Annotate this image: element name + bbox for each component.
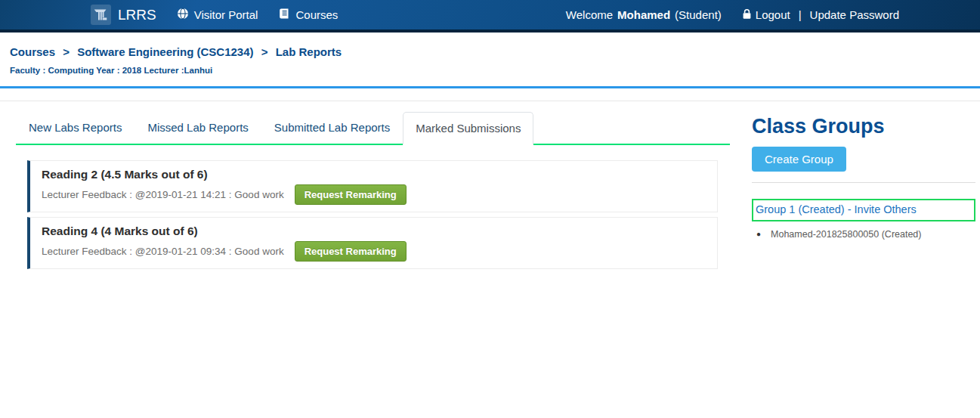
lecturer-feedback-text: Lecturer Feedback : @2019-01-21 14:21 : … [42,189,284,200]
tab-submitted-lab-reports[interactable]: Submitted Lab Reports [261,112,403,144]
brand-link[interactable]: LRRS [118,7,156,23]
navbar-right: Welcome Mohamed (Student) Logout | Updat… [566,8,899,22]
logout-link[interactable]: Logout [742,8,790,22]
content-area: New Labs Reports Missed Lab Reports Subm… [0,101,980,274]
welcome-prefix: Welcome [566,8,613,21]
lrrs-logo-icon[interactable] [91,5,111,25]
breadcrumb-lab-reports[interactable]: Lab Reports [276,45,342,58]
breadcrumb-course-name[interactable]: Software Engineering (CSC1234) [77,45,253,58]
tab-new-labs-reports[interactable]: New Labs Reports [16,112,134,144]
class-groups-sidebar: Class Groups Create Group Group 1 (Creat… [752,112,975,240]
submission-title: Reading 4 (4 Marks out of 6) [42,224,706,238]
group-members-list: ● Mohamed-201825800050 (Created) [752,229,975,240]
tab-bar: New Labs Reports Missed Lab Reports Subm… [16,112,730,145]
bullet-icon: ● [756,231,761,238]
nav-courses-label: Courses [295,8,338,21]
breadcrumb: Courses > Software Engineering (CSC1234)… [10,45,980,58]
breadcrumb-courses[interactable]: Courses [10,45,55,58]
subheader-strip [0,88,980,101]
breadcrumb-separator: > [63,45,70,58]
course-meta-text: Faculty : Computing Year : 2018 Lecturer… [10,66,980,75]
request-remarking-button[interactable]: Request Remarking [295,184,407,205]
class-groups-title: Class Groups [752,115,975,138]
request-remarking-button[interactable]: Request Remarking [295,241,407,262]
top-navbar: LRRS Visitor Portal [0,0,980,33]
lock-icon [742,8,752,22]
welcome-role: (Student) [675,8,722,21]
submission-card: Reading 4 (4 Marks out of 6) Lecturer Fe… [27,217,718,269]
navbar-left: LRRS Visitor Portal [91,5,338,25]
submission-row: Lecturer Feedback : @2019-01-21 14:21 : … [42,184,706,205]
welcome-text: Welcome Mohamed (Student) [566,8,722,21]
group-box: Group 1 (Created) - Invite Others [752,199,975,221]
breadcrumb-section: Courses > Software Engineering (CSC1234)… [0,33,980,88]
update-password-link[interactable]: Update Password [810,8,899,21]
main-column: New Labs Reports Missed Lab Reports Subm… [16,112,730,274]
tab-missed-lab-reports[interactable]: Missed Lab Reports [134,112,261,144]
submission-title: Reading 2 (4.5 Marks out of 6) [42,168,706,181]
breadcrumb-separator: > [261,45,268,58]
marked-submissions-list: Reading 2 (4.5 Marks out of 6) Lecturer … [27,160,718,269]
nav-courses[interactable]: Courses [278,8,338,22]
group-member-name: Mohamed-201825800050 (Created) [771,229,921,240]
nav-visitor-portal[interactable]: Visitor Portal [177,8,258,22]
globe-icon [177,8,189,22]
submission-row: Lecturer Feedback : @2019-01-21 09:34 : … [42,241,706,262]
nav-visitor-portal-label: Visitor Portal [194,8,258,21]
tab-marked-submissions[interactable]: Marked Submissions [403,112,533,145]
submission-card: Reading 2 (4.5 Marks out of 6) Lecturer … [27,160,718,212]
lecturer-feedback-text: Lecturer Feedback : @2019-01-21 09:34 : … [42,246,284,257]
book-icon [278,8,290,22]
group-invite-link[interactable]: Group 1 (Created) - Invite Others [756,203,917,215]
page: LRRS Visitor Portal [0,0,980,418]
nav-divider: | [799,8,802,21]
welcome-username: Mohamed [617,8,670,21]
sidebar-divider [752,182,975,183]
create-group-button[interactable]: Create Group [752,147,846,172]
logout-label: Logout [756,8,790,21]
group-member-item: ● Mohamed-201825800050 (Created) [752,229,975,240]
